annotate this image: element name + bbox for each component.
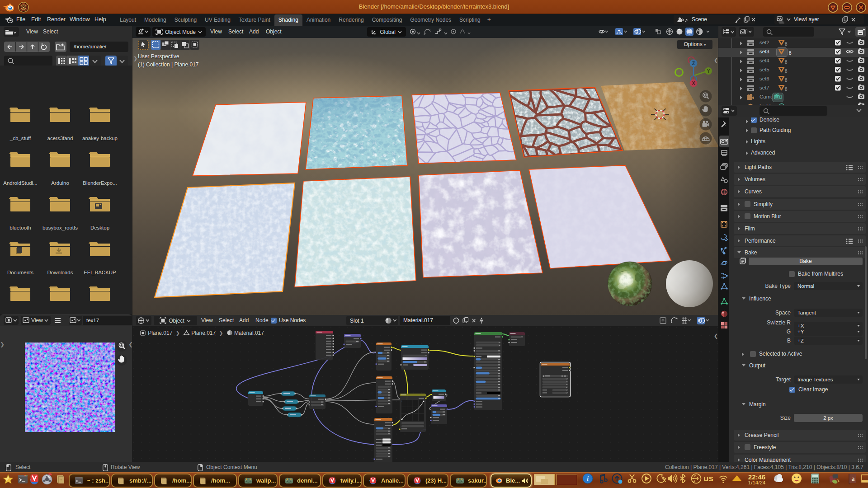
svg-text:i: i: [587, 475, 589, 482]
svg-text:us: us: [703, 474, 713, 483]
svg-text:a: a: [852, 475, 855, 482]
